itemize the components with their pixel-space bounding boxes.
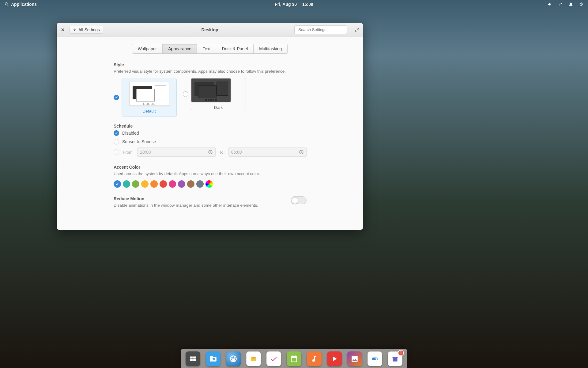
schedule-from-label: From: xyxy=(123,150,134,155)
clock-icon xyxy=(299,150,304,155)
multitasking-icon xyxy=(189,355,197,363)
settings-content: Style Preferred visual style for system … xyxy=(57,62,363,230)
style-description: Preferred visual style for system compon… xyxy=(114,69,307,74)
schedule-to-input[interactable]: 06:00 xyxy=(228,148,307,157)
reduce-motion-heading: Reduce Motion xyxy=(114,196,258,201)
search-icon xyxy=(4,2,9,7)
accent-swatch[interactable] xyxy=(187,180,194,188)
schedule-label-sunset: Sunset to Sunrise xyxy=(122,139,156,144)
radio-checked-icon xyxy=(114,95,119,100)
network-icon xyxy=(558,2,563,7)
all-settings-button[interactable]: All Settings xyxy=(70,26,103,34)
dock-app-web[interactable] xyxy=(226,351,241,366)
accent-swatch[interactable] xyxy=(150,180,158,188)
dock-app-videos[interactable] xyxy=(327,351,342,366)
power-icon xyxy=(579,2,584,7)
style-option-default[interactable]: Default xyxy=(114,78,177,117)
applications-label: Applications xyxy=(11,2,37,7)
accent-heading: Accent Color xyxy=(114,165,307,170)
style-label-default: Default xyxy=(125,109,173,113)
toggle-icon xyxy=(371,355,379,363)
window-title: Desktop xyxy=(201,27,218,32)
tab-dock-panel[interactable]: Dock & Panel xyxy=(216,44,254,54)
radio-unchecked-icon xyxy=(114,139,119,144)
style-options: Default Dark xyxy=(114,78,307,117)
svg-point-1 xyxy=(375,358,378,360)
tab-wallpaper[interactable]: Wallpaper xyxy=(132,44,163,54)
style-option-dark[interactable]: Dark xyxy=(183,78,246,110)
applications-menu[interactable]: Applications xyxy=(4,2,37,7)
schedule-from-value: 20:00 xyxy=(140,150,151,155)
volume-icon xyxy=(548,2,552,7)
dock-app-music[interactable] xyxy=(307,351,322,366)
settings-search[interactable] xyxy=(294,25,347,34)
window-maximize-button[interactable] xyxy=(354,27,360,33)
reduce-motion-row: Reduce Motion Disable animations in the … xyxy=(114,196,307,208)
tab-multitasking[interactable]: Multitasking xyxy=(253,44,288,54)
schedule-option-disabled[interactable]: Disabled xyxy=(114,130,307,136)
accent-swatch[interactable] xyxy=(141,180,149,188)
session-indicator[interactable] xyxy=(579,2,584,7)
radio-checked-icon xyxy=(114,130,119,136)
window-titlebar: All Settings Desktop xyxy=(57,23,363,36)
accent-description: Used across the system by default. Apps … xyxy=(114,171,307,176)
play-icon xyxy=(330,355,338,363)
reduce-motion-toggle[interactable] xyxy=(291,196,307,204)
desktop-tabs: WallpaperAppearanceTextDock & PanelMulti… xyxy=(57,44,363,54)
panel-time[interactable]: 15:09 xyxy=(302,2,313,7)
close-icon xyxy=(61,28,65,32)
schedule-to-value: 06:00 xyxy=(231,150,242,155)
window-close-button[interactable] xyxy=(60,27,66,33)
style-preview-default xyxy=(129,82,169,106)
schedule-from-input[interactable]: 20:00 xyxy=(137,148,215,157)
accent-swatch[interactable] xyxy=(132,180,139,188)
dock-app-calendar[interactable] xyxy=(287,351,301,366)
accent-swatch-auto[interactable] xyxy=(205,180,213,188)
reduce-motion-description: Disable animations in the window manager… xyxy=(114,203,258,208)
clock-icon xyxy=(208,150,213,155)
music-icon xyxy=(310,355,318,363)
top-panel: Applications Fri, Aug 30 15:09 xyxy=(0,0,588,9)
accent-swatch[interactable] xyxy=(169,180,176,188)
dock-app-settings[interactable] xyxy=(368,351,382,366)
schedule-to-label: To: xyxy=(219,150,225,155)
dock-app-files[interactable] xyxy=(206,351,221,366)
style-label-dark: Dark xyxy=(191,105,246,110)
bell-icon xyxy=(568,2,573,7)
settings-search-input[interactable] xyxy=(298,27,350,32)
accent-swatch[interactable] xyxy=(160,180,167,188)
dock: 1 xyxy=(181,349,407,368)
dock-app-multitasking[interactable] xyxy=(186,351,200,366)
schedule-time-row: From: 20:00 To: 06:00 xyxy=(114,148,307,157)
dock-badge: 1 xyxy=(398,350,404,356)
schedule-heading: Schedule xyxy=(114,124,307,128)
schedule-option-sunset[interactable]: Sunset to Sunrise xyxy=(114,139,307,144)
globe-icon xyxy=(229,355,237,363)
calendar-icon xyxy=(290,355,298,363)
accent-swatch[interactable] xyxy=(196,180,204,188)
accent-swatch[interactable] xyxy=(114,180,121,188)
dock-app-tasks[interactable] xyxy=(266,351,281,366)
radio-disabled-icon xyxy=(114,149,119,155)
maximize-icon xyxy=(355,28,359,32)
tab-appearance[interactable]: Appearance xyxy=(162,44,197,54)
dock-app-photos[interactable] xyxy=(347,351,362,366)
settings-window: All Settings Desktop WallpaperAppearance… xyxy=(57,23,363,230)
panel-date[interactable]: Fri, Aug 30 xyxy=(275,2,297,7)
style-preview-dark xyxy=(191,78,231,102)
schedule-label-disabled: Disabled xyxy=(122,131,139,136)
radio-unchecked-icon xyxy=(183,91,188,97)
accent-swatch[interactable] xyxy=(178,180,185,188)
back-arrow-icon xyxy=(73,28,77,32)
volume-indicator[interactable] xyxy=(548,2,552,7)
dock-app-appcenter[interactable]: 1 xyxy=(388,351,402,366)
photo-icon xyxy=(351,355,359,363)
network-indicator[interactable] xyxy=(558,2,563,7)
store-icon xyxy=(391,355,399,363)
accent-swatch[interactable] xyxy=(123,180,130,188)
notifications-indicator[interactable] xyxy=(568,2,573,7)
tab-text[interactable]: Text xyxy=(197,44,217,54)
style-heading: Style xyxy=(114,62,307,67)
dock-app-mail[interactable] xyxy=(246,351,261,366)
checkmark-icon xyxy=(270,355,278,363)
